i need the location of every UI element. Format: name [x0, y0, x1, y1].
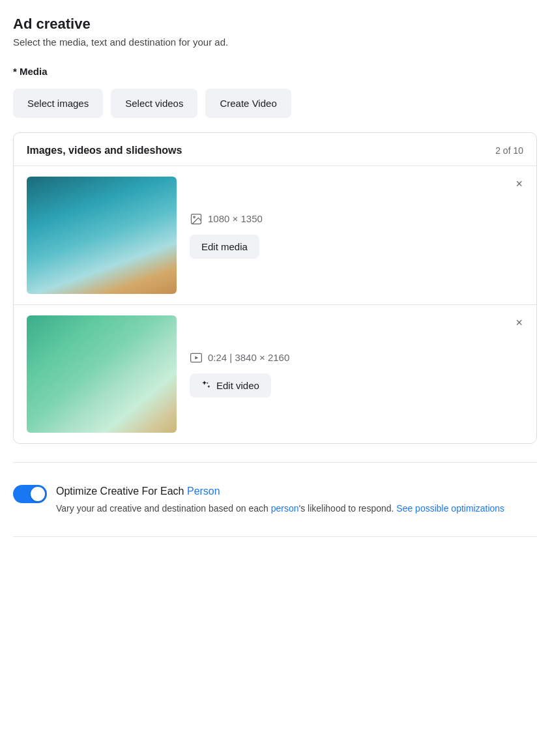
media-panel: Images, videos and slideshows 2 of 10 10…: [13, 132, 537, 444]
media-panel-title: Images, videos and slideshows: [27, 145, 182, 156]
bottom-divider: [13, 536, 537, 537]
optimize-person-link[interactable]: Person: [187, 486, 220, 497]
image-thumbnail: [27, 177, 177, 294]
media-item-image: 1080 × 1350 Edit media ×: [14, 166, 536, 304]
edit-media-button[interactable]: Edit media: [190, 235, 259, 259]
create-video-button[interactable]: Create Video: [205, 89, 291, 118]
optimize-creative-section: Optimize Creative For Each Person Vary y…: [13, 476, 537, 523]
video-preview: [27, 315, 177, 433]
video-info: 0:24 | 3840 × 2160 Edit video: [190, 351, 523, 398]
image-dimensions: 1080 × 1350: [190, 212, 523, 225]
optimize-person-inline-link[interactable]: person: [271, 503, 299, 514]
video-dimensions: 0:24 | 3840 × 2160: [190, 351, 523, 364]
svg-point-1: [194, 216, 195, 218]
optimize-desc-before: Vary your ad creative and destination ba…: [56, 503, 271, 514]
optimize-desc-middle: 's likelihood to respond.: [299, 503, 397, 514]
see-optimizations-link[interactable]: See possible optimizations: [396, 503, 504, 514]
media-section-label: * Media: [13, 66, 537, 77]
remove-video-button[interactable]: ×: [512, 315, 526, 330]
optimize-description: Vary your ad creative and destination ba…: [56, 502, 504, 516]
edit-video-label: Edit video: [216, 380, 259, 391]
toggle-wrap: [13, 485, 47, 503]
media-count-badge: 2 of 10: [495, 145, 523, 156]
edit-video-button[interactable]: Edit video: [190, 373, 271, 398]
magic-wand-icon: [201, 380, 212, 390]
image-dimension-text: 1080 × 1350: [208, 213, 263, 224]
optimize-text: Optimize Creative For Each Person Vary y…: [56, 484, 504, 516]
image-info: 1080 × 1350 Edit media: [190, 212, 523, 259]
media-buttons: Select images Select videos Create Video: [13, 89, 537, 118]
svg-marker-3: [195, 356, 198, 359]
video-play-icon: [190, 351, 203, 364]
optimize-creative-toggle[interactable]: [13, 485, 47, 503]
select-videos-button[interactable]: Select videos: [111, 89, 197, 118]
remove-image-button[interactable]: ×: [512, 177, 526, 191]
video-thumbnail: [27, 315, 177, 433]
optimize-title-text: Optimize Creative For Each: [56, 486, 187, 497]
video-duration-dimension-text: 0:24 | 3840 × 2160: [208, 352, 289, 363]
page-title: Ad creative: [13, 16, 537, 33]
image-preview: [27, 177, 177, 294]
media-item-video: 0:24 | 3840 × 2160 Edit video ×: [14, 304, 536, 443]
image-icon: [190, 212, 203, 225]
select-images-button[interactable]: Select images: [13, 89, 103, 118]
page-subtitle: Select the media, text and destination f…: [13, 36, 537, 48]
section-divider: [13, 462, 537, 463]
media-panel-header: Images, videos and slideshows 2 of 10: [14, 133, 536, 166]
optimize-title: Optimize Creative For Each Person: [56, 484, 504, 499]
